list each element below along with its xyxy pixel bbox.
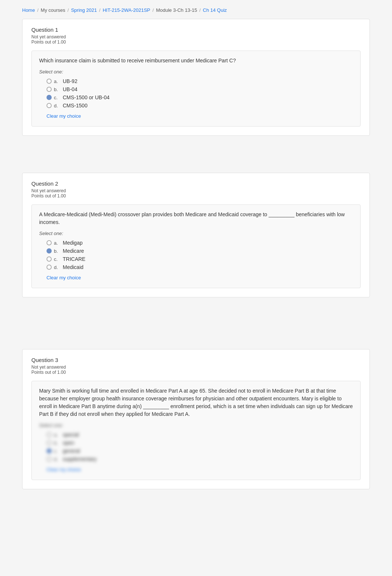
spacer-4 — [0, 320, 392, 334]
list-item: a. special — [47, 432, 353, 438]
radio-b-q1[interactable] — [47, 87, 52, 92]
option-text: CMS-1500 — [63, 103, 87, 108]
breadcrumb-home[interactable]: Home — [22, 7, 35, 13]
breadcrumb-sep-3: / — [99, 7, 101, 13]
spacer-2 — [0, 158, 392, 173]
list-item[interactable]: a. UB-92 — [47, 78, 353, 84]
option-text: TRICARE — [63, 256, 85, 262]
spacer-1 — [0, 143, 392, 158]
question-2-text: A Medicare-Medicaid (Medi-Medi) crossove… — [39, 211, 353, 226]
list-item[interactable]: a. Medigap — [47, 240, 353, 246]
option-text: general — [63, 448, 80, 454]
radio-c-q1[interactable] — [47, 95, 52, 100]
page-wrapper: Home / My courses / Spring 2021 / HIT-21… — [0, 0, 392, 576]
option-text: supplementary — [63, 456, 97, 462]
breadcrumb-quiz[interactable]: Ch 14 Quiz — [203, 7, 227, 13]
list-item[interactable]: d. CMS-1500 — [47, 103, 353, 108]
clear-choice-q3: Clear my choice — [47, 467, 81, 472]
question-2-select-label: Select one: — [39, 231, 353, 236]
option-text: open — [63, 440, 74, 446]
option-text: Medicare — [63, 248, 84, 254]
question-3-blurred: Select one: a. special b. open c. — [39, 422, 353, 472]
question-1-container: Which insurance claim is submitted to re… — [31, 51, 361, 127]
question-1-options: a. UB-92 b. UB-04 c. CMS-1500 or UB-04 d… — [47, 78, 353, 108]
question-2-options: a. Medigap b. Medicare c. TRICARE d. Med… — [47, 240, 353, 270]
question-1-select-label: Select one: — [39, 69, 353, 75]
breadcrumb-sep-5: / — [199, 7, 201, 13]
spacer-5 — [0, 334, 392, 349]
question-3-container: Mary Smith is working full time and enro… — [31, 381, 361, 480]
question-1-block: Question 1 Not yet answered Points out o… — [22, 19, 370, 136]
radio-d-q3 — [47, 456, 52, 462]
option-text: UB-92 — [63, 78, 78, 84]
list-item[interactable]: b. UB-04 — [47, 86, 353, 92]
question-3-select-label: Select one: — [39, 422, 353, 428]
question-2-block: Question 2 Not yet answered Points out o… — [22, 173, 370, 297]
question-3-options: a. special b. open c. general — [47, 432, 353, 462]
radio-a-q3 — [47, 432, 52, 437]
option-text: UB-04 — [63, 86, 78, 92]
option-text: Medicaid — [63, 264, 83, 270]
question-3-points: Points out of 1.00 — [31, 370, 361, 375]
radio-d-q1[interactable] — [47, 103, 52, 108]
question-3-meta: Question 3 Not yet answered Points out o… — [31, 357, 361, 375]
list-item[interactable]: c. CMS-1500 or UB-04 — [47, 94, 353, 100]
clear-choice-q1[interactable]: Clear my choice — [47, 113, 81, 119]
breadcrumb-spring2021[interactable]: Spring 2021 — [71, 7, 97, 13]
question-3-block: Question 3 Not yet answered Points out o… — [22, 349, 370, 489]
radio-b-q2[interactable] — [47, 248, 52, 253]
list-item[interactable]: b. Medicare — [47, 248, 353, 254]
breadcrumb-sep-4: / — [152, 7, 154, 13]
option-text: CMS-1500 or UB-04 — [63, 94, 110, 100]
spacer-3 — [0, 305, 392, 320]
breadcrumb-mycourses: My courses — [41, 7, 65, 13]
list-item[interactable]: c. TRICARE — [47, 256, 353, 262]
question-3-status: Not yet answered — [31, 365, 361, 370]
radio-a-q1[interactable] — [47, 79, 52, 84]
clear-choice-q2[interactable]: Clear my choice — [47, 275, 81, 280]
option-text: Medigap — [63, 240, 83, 246]
breadcrumb-sep-1: / — [37, 7, 39, 13]
radio-a-q2[interactable] — [47, 240, 52, 245]
list-item: d. supplementary — [47, 456, 353, 462]
breadcrumb: Home / My courses / Spring 2021 / HIT-21… — [0, 0, 392, 19]
radio-c-q2[interactable] — [47, 256, 52, 262]
question-1-number: Question 1 — [31, 27, 361, 33]
breadcrumb-course[interactable]: HIT-215-2WA-2021SP — [103, 7, 150, 13]
breadcrumb-sep-2: / — [68, 7, 69, 13]
breadcrumb-module: Module 3-Ch 13-15 — [156, 7, 197, 13]
question-3-text: Mary Smith is working full time and enro… — [39, 387, 353, 418]
list-item: c. general — [47, 448, 353, 454]
question-2-container: A Medicare-Medicaid (Medi-Medi) crossove… — [31, 204, 361, 288]
radio-c-q3 — [47, 448, 52, 453]
question-3-number: Question 3 — [31, 357, 361, 363]
list-item: b. open — [47, 440, 353, 446]
question-1-status: Not yet answered — [31, 34, 361, 39]
question-1-points: Points out of 1.00 — [31, 39, 361, 45]
question-2-status: Not yet answered — [31, 188, 361, 193]
question-2-meta: Question 2 Not yet answered Points out o… — [31, 180, 361, 199]
option-text: special — [63, 432, 79, 438]
question-2-points: Points out of 1.00 — [31, 193, 361, 199]
radio-b-q3 — [47, 440, 52, 445]
question-1-meta: Question 1 Not yet answered Points out o… — [31, 27, 361, 45]
question-1-text: Which insurance claim is submitted to re… — [39, 57, 353, 65]
list-item[interactable]: d. Medicaid — [47, 264, 353, 270]
question-2-number: Question 2 — [31, 180, 361, 187]
radio-d-q2[interactable] — [47, 265, 52, 270]
